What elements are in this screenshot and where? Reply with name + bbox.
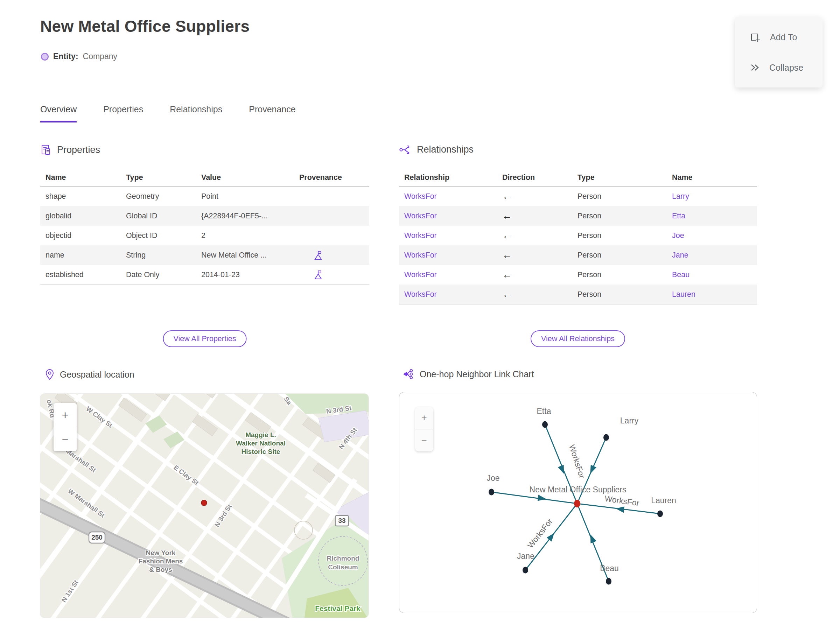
svg-text:Etta: Etta xyxy=(537,407,551,416)
relationships-section-header: Relationships xyxy=(399,144,474,155)
view-all-properties-button[interactable]: View All Properties xyxy=(163,331,247,347)
node-jane[interactable] xyxy=(523,567,528,574)
svg-text:Maggie L.: Maggie L. xyxy=(245,431,276,439)
tab-properties[interactable]: Properties xyxy=(103,104,143,122)
relationships-section-title: Relationships xyxy=(417,144,474,155)
collapse-icon xyxy=(750,62,760,73)
svg-text:Lauren: Lauren xyxy=(651,496,676,505)
relationships-table-header: Relationship Direction Type Name xyxy=(399,168,757,186)
entity-type-icon xyxy=(41,53,49,60)
svg-text:New York: New York xyxy=(146,549,176,556)
svg-text:& Boys: & Boys xyxy=(149,566,172,573)
node-etta[interactable] xyxy=(542,421,548,428)
entity-link[interactable]: Joe xyxy=(667,231,757,240)
table-row: name String New Metal Office ... xyxy=(40,245,369,265)
svg-text:WorksFor: WorksFor xyxy=(604,494,640,508)
properties-table-header: Name Type Value Provenance xyxy=(40,168,369,186)
relationship-link[interactable]: WorksFor xyxy=(399,192,497,201)
table-row: WorksFor ← Person Lauren xyxy=(399,285,757,304)
table-row: WorksFor ← Person Larry xyxy=(399,186,757,206)
properties-section-header: Properties xyxy=(40,144,100,156)
link-chart-section-header: One-hop Neighbor Link Chart xyxy=(402,369,534,379)
entity-link[interactable]: Larry xyxy=(667,192,757,201)
map-canvas: 250 33 ok Rd W Clay St Sa Marshall St W … xyxy=(40,394,369,618)
svg-text:Coliseum: Coliseum xyxy=(328,563,358,571)
relationship-link[interactable]: WorksFor xyxy=(399,231,497,240)
map-pin-icon xyxy=(45,369,55,380)
svg-text:Beau: Beau xyxy=(600,564,619,573)
node-joe[interactable] xyxy=(488,489,494,496)
col-name: Name xyxy=(40,173,121,182)
direction-arrow: ← xyxy=(497,230,572,241)
add-to-button[interactable]: Add To xyxy=(735,32,822,43)
relationship-link[interactable]: WorksFor xyxy=(399,290,497,299)
tab-bar: Overview Properties Relationships Proven… xyxy=(40,104,296,122)
entity-link[interactable]: Lauren xyxy=(667,290,757,299)
collapse-button[interactable]: Collapse xyxy=(735,62,822,73)
geospatial-section-title: Geospatial location xyxy=(60,370,134,380)
route-shield-33: 33 xyxy=(335,515,348,526)
svg-text:Joe: Joe xyxy=(487,474,500,483)
link-chart-canvas: Etta Larry Joe Lauren Jane Beau New Meta… xyxy=(399,392,757,613)
properties-section-title: Properties xyxy=(57,145,100,155)
svg-text:WorksFor: WorksFor xyxy=(567,443,587,479)
route-shield-250: 250 xyxy=(89,532,105,543)
direction-arrow: ← xyxy=(497,191,572,202)
svg-text:Larry: Larry xyxy=(620,416,639,425)
entity-type-value: Company xyxy=(83,52,117,61)
svg-text:Historic Site: Historic Site xyxy=(242,448,280,455)
map-zoom-control: + − xyxy=(54,403,76,451)
node-larry[interactable] xyxy=(603,434,609,441)
svg-text:New Metal Office Suppliers: New Metal Office Suppliers xyxy=(530,485,627,494)
map-zoom-out-button[interactable]: − xyxy=(54,427,76,451)
entity-link[interactable]: Beau xyxy=(667,270,757,279)
relationships-table: Relationship Direction Type Name WorksFo… xyxy=(399,168,757,304)
node-lauren[interactable] xyxy=(657,510,663,517)
tab-provenance[interactable]: Provenance xyxy=(249,104,295,122)
entity-type-row: Entity: Company xyxy=(41,52,117,61)
col-provenance: Provenance xyxy=(294,173,369,182)
svg-text:Fashion Mens: Fashion Mens xyxy=(138,558,183,565)
svg-text:Walker National: Walker National xyxy=(236,440,286,447)
map-marker[interactable] xyxy=(201,500,207,505)
properties-icon xyxy=(40,144,52,156)
tab-relationships[interactable]: Relationships xyxy=(170,104,222,122)
chart-zoom-control: + − xyxy=(415,407,433,451)
direction-arrow: ← xyxy=(497,289,572,300)
entity-overview-page: New Metal Office Suppliers Entity: Compa… xyxy=(0,0,840,639)
table-row: WorksFor ← Person Etta xyxy=(399,206,757,226)
provenance-flag-icon[interactable] xyxy=(294,270,369,280)
svg-text:Jane: Jane xyxy=(517,552,535,561)
provenance-flag-icon[interactable] xyxy=(294,250,369,260)
col-type: Type xyxy=(121,173,196,182)
relationship-link[interactable]: WorksFor xyxy=(399,251,497,260)
table-row: WorksFor ← Person Jane xyxy=(399,245,757,265)
entity-link[interactable]: Etta xyxy=(667,212,757,221)
table-row: WorksFor ← Person Beau xyxy=(399,265,757,285)
node-center[interactable] xyxy=(574,500,580,507)
svg-text:Richmond: Richmond xyxy=(327,555,360,562)
tab-overview[interactable]: Overview xyxy=(40,104,76,122)
page-title: New Metal Office Suppliers xyxy=(40,17,250,36)
link-chart-section-title: One-hop Neighbor Link Chart xyxy=(420,369,534,379)
relationship-link[interactable]: WorksFor xyxy=(399,212,497,221)
map-zoom-in-button[interactable]: + xyxy=(54,403,76,427)
table-row: established Date Only 2014-01-23 xyxy=(40,265,369,285)
svg-text:WorksFor: WorksFor xyxy=(526,517,554,550)
map[interactable]: + − xyxy=(40,394,369,618)
svg-text:Festival Park: Festival Park xyxy=(315,604,361,612)
direction-arrow: ← xyxy=(497,211,572,221)
table-row: globalid Global ID {A228944F-0EF5-... xyxy=(40,206,369,226)
relationship-link[interactable]: WorksFor xyxy=(399,270,497,279)
add-to-label: Add To xyxy=(770,32,797,42)
view-all-relationships-button[interactable]: View All Relationships xyxy=(531,331,625,347)
chart-zoom-in-button[interactable]: + xyxy=(415,407,433,429)
node-beau[interactable] xyxy=(606,578,611,585)
properties-table: Name Type Value Provenance shape Geometr… xyxy=(40,168,369,285)
entity-link[interactable]: Jane xyxy=(667,251,757,260)
add-to-icon xyxy=(750,32,761,43)
col-value: Value xyxy=(196,173,294,182)
link-chart[interactable]: + − xyxy=(399,392,757,613)
chart-zoom-out-button[interactable]: − xyxy=(415,429,433,451)
link-chart-icon xyxy=(402,369,414,379)
